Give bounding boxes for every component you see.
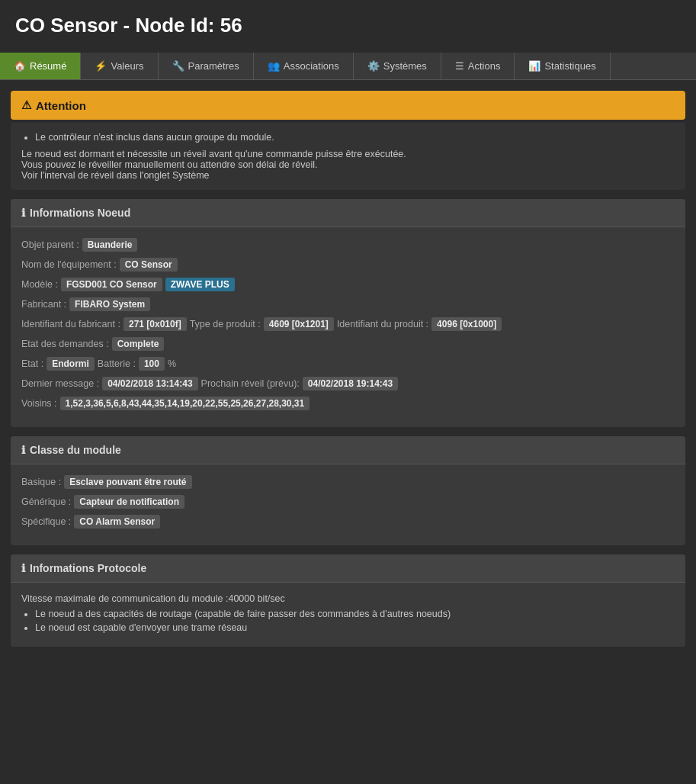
modele-badge: ZWAVE PLUS	[165, 278, 235, 291]
prochain-reveil-value: 04/02/2018 19:14:43	[303, 377, 398, 390]
tab-systemes[interactable]: ⚙️ Systèmes	[354, 53, 441, 79]
tab-valeurs[interactable]: ⚡ Valeurs	[81, 53, 158, 79]
basique-row: Basique : Esclave pouvant être routé	[21, 475, 675, 489]
info-noeud-header: ℹ Informations Noeud	[11, 199, 685, 227]
fabricant-row: Fabricant : FIBARO System	[21, 297, 675, 311]
specifique-row: Spécifique : CO Alarm Sensor	[21, 515, 675, 529]
nom-equipement-row: Nom de l'équipement : CO Sensor	[21, 258, 675, 272]
alert-message-3: Vous pouvez le réveiller manuellement ou…	[21, 159, 675, 170]
alert-message-1: Le contrôleur n'est inclus dans aucun gr…	[35, 132, 675, 143]
dernier-message-row: Dernier message : 04/02/2018 13:14:43 Pr…	[21, 377, 675, 390]
objet-parent-value: Buanderie	[82, 238, 138, 252]
objet-parent-row: Objet parent : Buanderie	[21, 238, 675, 252]
classe-module-section: ℹ Classe du module Basique : Esclave pou…	[11, 436, 685, 545]
classe-module-icon: ℹ	[21, 444, 25, 456]
batterie-value: 100	[139, 357, 165, 371]
associations-icon: 👥	[268, 60, 280, 72]
tab-resume[interactable]: 🏠 Résumé	[0, 53, 81, 79]
vitesse-text: Vitesse maximale de communication du mod…	[21, 593, 675, 604]
protocole-item-2: Le noeud est capable d'envoyer une trame…	[35, 622, 675, 633]
id-fabricant-value: 271 [0x010f]	[123, 317, 187, 331]
warning-icon: ⚠	[21, 98, 31, 112]
tab-associations[interactable]: 👥 Associations	[254, 53, 354, 79]
valeurs-icon: ⚡	[95, 60, 107, 72]
protocole-list: Le noeud a des capacités de routage (cap…	[35, 609, 675, 633]
main-content: ⚠ Attention Le contrôleur n'est inclus d…	[0, 80, 696, 667]
id-fabricant-row: Identifiant du fabricant : 271 [0x010f] …	[21, 317, 675, 331]
parametres-icon: 🔧	[172, 60, 184, 72]
generique-value: Capteur de notification	[74, 495, 184, 509]
dernier-message-value: 04/02/2018 13:14:43	[102, 377, 197, 390]
nom-equipement-value: CO Sensor	[120, 258, 178, 272]
generique-row: Générique : Capteur de notification	[21, 495, 675, 509]
tab-parametres[interactable]: 🔧 Paramètres	[159, 53, 254, 79]
alert-box: ⚠ Attention	[11, 91, 685, 120]
alert-title: ⚠ Attention	[21, 98, 675, 112]
etat-demandes-row: Etat des demandes : Complete	[21, 337, 675, 351]
classe-module-header: ℹ Classe du module	[11, 436, 685, 464]
tab-actions[interactable]: ☰ Actions	[441, 53, 515, 79]
protocole-item-1: Le noeud a des capacités de routage (cap…	[35, 609, 675, 619]
id-produit-value: 4096 [0x1000]	[431, 317, 502, 331]
page-header: CO Sensor - Node Id: 56	[0, 0, 696, 53]
info-noeud-section: ℹ Informations Noeud Objet parent : Buan…	[11, 199, 685, 427]
info-protocole-header: ℹ Informations Protocole	[11, 554, 685, 583]
page-title: CO Sensor - Node Id: 56	[15, 14, 681, 37]
alert-content: Le contrôleur n'est inclus dans aucun gr…	[11, 123, 685, 190]
actions-icon: ☰	[455, 60, 464, 72]
type-produit-value: 4609 [0x1201]	[264, 317, 334, 331]
etat-row: Etat : Endormi Batterie : 100 %	[21, 357, 675, 371]
voisins-value: 1,52,3,36,5,6,8,43,44,35,14,19,20,22,55,…	[60, 397, 310, 410]
voisins-row: Voisins : 1,52,3,36,5,6,8,43,44,35,14,19…	[21, 397, 675, 410]
etat-value: Endormi	[47, 357, 95, 371]
info-noeud-body: Objet parent : Buanderie Nom de l'équipe…	[11, 227, 685, 427]
info-protocole-section: ℹ Informations Protocole Vitesse maximal…	[11, 554, 685, 647]
etat-demandes-value: Complete	[112, 337, 165, 351]
fabricant-value: FIBARO System	[69, 297, 150, 311]
tab-bar: 🏠 Résumé ⚡ Valeurs 🔧 Paramètres 👥 Associ…	[0, 53, 696, 80]
modele-value: FGSD001 CO Sensor	[61, 278, 162, 291]
info-protocole-icon: ℹ	[21, 562, 25, 574]
alert-message-2: Le noeud est dormant et nécessite un rév…	[21, 149, 675, 159]
alert-message-4: Voir l'interval de réveil dans l'onglet …	[21, 170, 675, 181]
modele-row: Modèle : FGSD001 CO Sensor ZWAVE PLUS	[21, 278, 675, 291]
info-noeud-icon: ℹ	[21, 207, 25, 219]
resume-icon: 🏠	[14, 60, 26, 72]
basique-value: Esclave pouvant être routé	[64, 475, 191, 489]
classe-module-body: Basique : Esclave pouvant être routé Gén…	[11, 464, 685, 545]
specifique-value: CO Alarm Sensor	[74, 515, 160, 529]
statistiques-icon: 📊	[528, 60, 540, 72]
tab-statistiques[interactable]: 📊 Statistiques	[515, 53, 610, 79]
systemes-icon: ⚙️	[367, 60, 380, 72]
info-protocole-body: Vitesse maximale de communication du mod…	[11, 583, 685, 647]
